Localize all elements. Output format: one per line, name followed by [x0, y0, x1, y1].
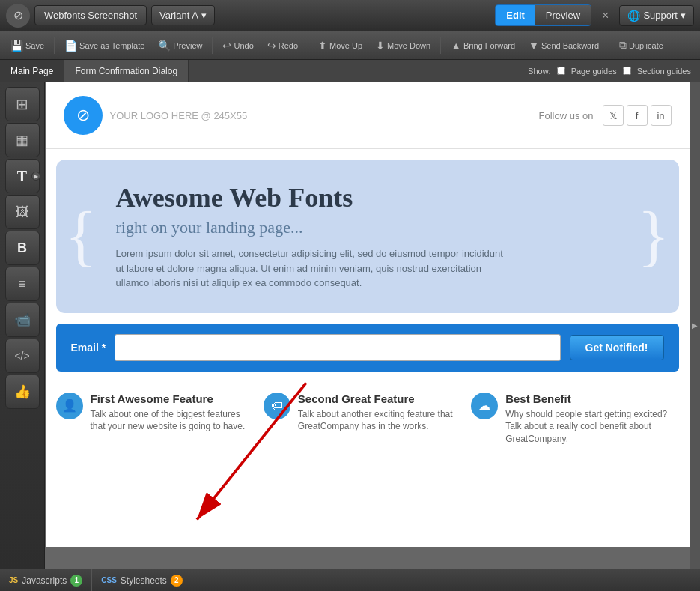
- close-button[interactable]: ×: [596, 7, 615, 24]
- page-guides-checkbox[interactable]: [557, 67, 565, 75]
- twitter-icon[interactable]: 𝕏: [603, 105, 624, 126]
- sidebar-list-button[interactable]: ≡: [5, 267, 40, 301]
- support-label: Support: [643, 10, 678, 21]
- cloud-icon: ☁: [478, 398, 490, 413]
- sidebar-text-button[interactable]: T ▶: [5, 159, 40, 193]
- send-backward-button[interactable]: ▼ Send Backward: [523, 37, 605, 55]
- page-guides-label: Page guides: [571, 67, 617, 76]
- facebook-icon[interactable]: f: [627, 105, 648, 126]
- stylesheets-badge: 2: [171, 575, 183, 587]
- redo-icon: ↪: [267, 40, 276, 52]
- feature-1: 👤 First Awesome Feature Talk about one o…: [56, 393, 264, 446]
- tag-icon: 🏷: [271, 399, 283, 413]
- toolbar-sep-1: [54, 37, 55, 54]
- support-button[interactable]: 🌐 Support ▾: [619, 5, 694, 26]
- person-icon: 👤: [62, 398, 77, 413]
- toolbar-sep-5: [609, 37, 609, 54]
- sidebar-image-button[interactable]: 🖼: [5, 195, 40, 229]
- text-icon: T: [17, 168, 27, 185]
- form-confirmation-tab[interactable]: Form Confirmation Dialog: [64, 60, 189, 82]
- sidebar-social-button[interactable]: 👍: [5, 375, 40, 409]
- feature-2: 🏷 Second Great Feature Talk about anothe…: [264, 393, 471, 446]
- save-template-label: Save as Template: [79, 41, 144, 50]
- logo-circle: ⊘: [64, 96, 103, 135]
- section-guides-checkbox[interactable]: [623, 67, 631, 75]
- javascripts-label: Javascripts: [22, 575, 67, 586]
- save-template-button[interactable]: 📄 Save as Template: [58, 37, 150, 55]
- toolbar: 💾 Save 📄 Save as Template 🔍 Preview ↩ Un…: [0, 31, 700, 60]
- linkedin-icon[interactable]: in: [651, 105, 672, 126]
- send-backward-label: Send Backward: [541, 41, 599, 50]
- main-page-tab-label: Main Page: [10, 66, 53, 76]
- feature-2-title: Second Great Feature: [298, 393, 460, 405]
- move-down-button[interactable]: ⬇ Move Down: [370, 37, 436, 55]
- top-bar: ⊘ Webfonts Screenshot Variant A ▾ Edit P…: [0, 0, 700, 31]
- feature-2-text: Talk about another exciting feature that…: [298, 408, 460, 434]
- app-logo-icon: ⊘: [13, 8, 23, 22]
- save-template-icon: 📄: [64, 40, 77, 52]
- feature-1-icon: 👤: [56, 393, 83, 419]
- preview-button[interactable]: Preview: [535, 5, 591, 25]
- stylesheets-label: Stylesheets: [121, 575, 167, 586]
- arrow-overlay: [46, 82, 690, 547]
- sidebar-button-button[interactable]: B: [5, 231, 40, 265]
- variant-button[interactable]: Variant A ▾: [151, 5, 215, 25]
- sidebar-grid-button[interactable]: ▦: [5, 123, 40, 157]
- right-toggle-arrow: ▶: [692, 321, 698, 330]
- toolbar-sep-3: [308, 37, 308, 54]
- preview-icon: 🔍: [158, 40, 171, 52]
- globe-icon: 🌐: [627, 10, 640, 22]
- header-section: ⊘ YOUR LOGO HERE @ 245X55 Follow us on 𝕏…: [46, 82, 690, 149]
- send-backward-icon: ▼: [529, 40, 539, 52]
- email-label: Email *: [71, 342, 106, 354]
- video-icon: 📹: [14, 312, 31, 328]
- duplicate-button[interactable]: ⧉ Duplicate: [613, 36, 669, 55]
- feature-3-content: Best Benefit Why should people start get…: [505, 393, 668, 446]
- image-icon: 🖼: [16, 204, 29, 220]
- edit-preview-group: Edit Preview: [495, 4, 591, 26]
- layout-icon: ⊞: [16, 95, 28, 113]
- hero-body: Lorem ipsum dolor sit amet, consectetur …: [116, 246, 505, 291]
- save-button[interactable]: 💾 Save: [4, 37, 50, 55]
- feature-3-text: Why should people start getting excited?…: [505, 408, 668, 446]
- show-guides: Show: Page guides Section guides: [519, 60, 700, 82]
- right-toggle[interactable]: ▶: [690, 82, 700, 569]
- preview-tool-button[interactable]: 🔍 Preview: [152, 37, 208, 55]
- feature-3: ☁ Best Benefit Why should people start g…: [471, 393, 678, 446]
- undo-button[interactable]: ↩ Undo: [216, 37, 259, 55]
- list-icon: ≡: [18, 276, 26, 292]
- redo-button[interactable]: ↪ Redo: [261, 37, 304, 55]
- bring-forward-button[interactable]: ▲ Bring Forward: [445, 37, 521, 55]
- button-icon: B: [17, 240, 27, 256]
- email-input[interactable]: [115, 334, 560, 361]
- variant-label: Variant A: [159, 10, 198, 21]
- tabs-spacer: [189, 60, 519, 82]
- javascripts-tab[interactable]: JS Javascripts 1: [0, 569, 92, 591]
- get-notified-button[interactable]: Get Notified!: [570, 335, 664, 360]
- variant-arrow: ▾: [201, 10, 207, 21]
- move-down-label: Move Down: [387, 41, 430, 50]
- code-icon: </>: [14, 350, 29, 362]
- canvas-area[interactable]: ⊘ YOUR LOGO HERE @ 245X55 Follow us on 𝕏…: [45, 82, 690, 569]
- edit-button[interactable]: Edit: [496, 5, 535, 25]
- move-up-button[interactable]: ⬆ Move Up: [312, 37, 368, 55]
- sidebar-code-button[interactable]: </>: [5, 339, 40, 373]
- sidebar-video-button[interactable]: 📹: [5, 303, 40, 337]
- bottom-spacer: [192, 569, 700, 591]
- feature-3-icon: ☁: [471, 393, 498, 419]
- sidebar-layout-button[interactable]: ⊞: [5, 87, 40, 121]
- curly-right-brace: }: [637, 202, 669, 270]
- bottom-bar: JS Javascripts 1 CSS Stylesheets 2: [0, 569, 700, 591]
- follow-text: Follow us on: [539, 110, 594, 121]
- feature-1-title: First Awesome Feature: [91, 393, 253, 405]
- feature-2-content: Second Great Feature Talk about another …: [298, 393, 460, 446]
- undo-icon: ↩: [222, 40, 231, 52]
- thumbs-up-icon: 👍: [14, 384, 31, 400]
- main-page-tab[interactable]: Main Page: [0, 60, 64, 82]
- app-logo: ⊘: [6, 4, 30, 28]
- stylesheets-tab[interactable]: CSS Stylesheets 2: [92, 569, 192, 591]
- hero-title: Awesome Web Fonts: [116, 182, 634, 213]
- app-name-button[interactable]: Webfonts Screenshot: [34, 5, 147, 25]
- undo-label: Undo: [234, 41, 253, 50]
- save-icon: 💾: [10, 40, 23, 52]
